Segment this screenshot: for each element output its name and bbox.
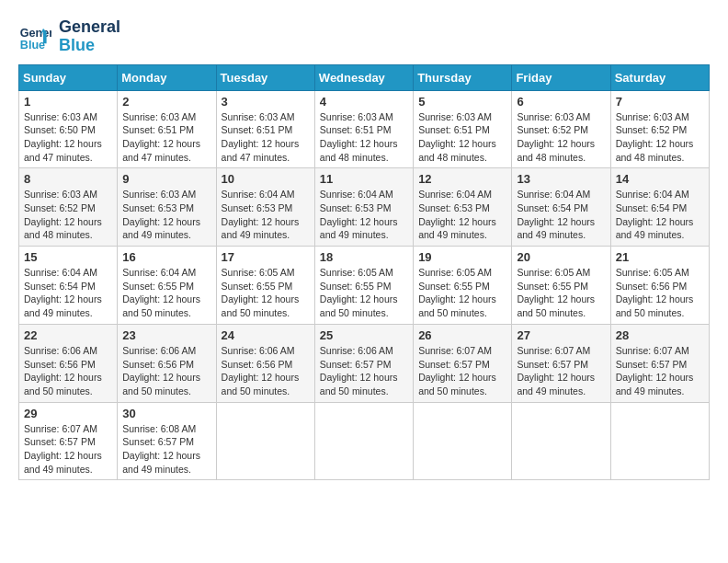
day-cell: 4Sunrise: 6:03 AMSunset: 6:51 PMDaylight… [314, 90, 413, 168]
day-cell: 24Sunrise: 6:06 AMSunset: 6:56 PMDayligh… [216, 324, 314, 402]
day-cell: 29Sunrise: 6:07 AMSunset: 6:57 PMDayligh… [19, 402, 118, 480]
day-info: Sunrise: 6:07 AMSunset: 6:57 PMDaylight:… [517, 344, 605, 398]
day-cell: 21Sunrise: 6:05 AMSunset: 6:56 PMDayligh… [610, 247, 709, 325]
day-number: 10 [222, 172, 310, 186]
day-number: 24 [222, 328, 310, 342]
day-cell: 9Sunrise: 6:03 AMSunset: 6:53 PMDaylight… [118, 168, 216, 247]
day-cell: 27Sunrise: 6:07 AMSunset: 6:57 PMDayligh… [512, 324, 610, 402]
day-info: Sunrise: 6:04 AMSunset: 6:53 PMDaylight:… [222, 188, 310, 242]
day-info: Sunrise: 6:03 AMSunset: 6:51 PMDaylight:… [418, 110, 506, 165]
day-info: Sunrise: 6:05 AMSunset: 6:55 PMDaylight:… [320, 266, 408, 320]
day-info: Sunrise: 6:05 AMSunset: 6:55 PMDaylight:… [418, 266, 506, 320]
day-info: Sunrise: 6:06 AMSunset: 6:56 PMDaylight:… [24, 344, 112, 398]
day-number: 17 [222, 250, 310, 264]
day-number: 19 [418, 250, 506, 264]
day-info: Sunrise: 6:05 AMSunset: 6:55 PMDaylight:… [517, 266, 605, 320]
day-number: 8 [24, 172, 112, 186]
logo-blue: Blue [59, 37, 120, 55]
day-info: Sunrise: 6:03 AMSunset: 6:51 PMDaylight:… [320, 110, 408, 165]
day-number: 28 [616, 328, 704, 342]
day-number: 30 [122, 407, 210, 420]
header: General Blue General Blue [18, 18, 710, 55]
day-cell [314, 402, 413, 480]
week-row-4: 22Sunrise: 6:06 AMSunset: 6:56 PMDayligh… [19, 324, 710, 402]
calendar: SundayMondayTuesdayWednesdayThursdayFrid… [18, 64, 710, 481]
day-number: 11 [320, 172, 408, 186]
day-number: 12 [418, 172, 506, 186]
day-number: 15 [24, 250, 112, 264]
day-cell [512, 402, 610, 480]
day-number: 4 [320, 95, 408, 109]
day-cell: 6Sunrise: 6:03 AMSunset: 6:52 PMDaylight… [512, 90, 610, 168]
week-row-5: 29Sunrise: 6:07 AMSunset: 6:57 PMDayligh… [19, 402, 710, 480]
logo: General Blue General Blue [18, 18, 120, 55]
day-number: 6 [517, 95, 605, 109]
day-cell: 28Sunrise: 6:07 AMSunset: 6:57 PMDayligh… [610, 324, 709, 402]
day-info: Sunrise: 6:06 AMSunset: 6:56 PMDaylight:… [122, 344, 210, 398]
day-info: Sunrise: 6:05 AMSunset: 6:56 PMDaylight:… [616, 266, 704, 320]
day-number: 1 [24, 95, 112, 109]
day-cell: 15Sunrise: 6:04 AMSunset: 6:54 PMDayligh… [19, 247, 118, 325]
day-number: 3 [222, 95, 310, 109]
week-row-1: 1Sunrise: 6:03 AMSunset: 6:50 PMDaylight… [19, 90, 710, 168]
day-info: Sunrise: 6:04 AMSunset: 6:54 PMDaylight:… [616, 188, 704, 242]
day-number: 5 [418, 95, 506, 109]
logo-icon: General Blue [18, 20, 51, 53]
day-number: 18 [320, 250, 408, 264]
day-info: Sunrise: 6:03 AMSunset: 6:51 PMDaylight:… [122, 110, 210, 165]
day-info: Sunrise: 6:03 AMSunset: 6:52 PMDaylight:… [24, 188, 112, 242]
day-cell [610, 402, 709, 480]
weekday-header-friday: Friday [512, 64, 610, 90]
day-info: Sunrise: 6:04 AMSunset: 6:54 PMDaylight:… [24, 266, 112, 320]
day-cell: 7Sunrise: 6:03 AMSunset: 6:52 PMDaylight… [610, 90, 709, 168]
day-cell [414, 402, 512, 480]
weekday-header-saturday: Saturday [610, 64, 709, 90]
day-cell [216, 402, 314, 480]
day-cell: 16Sunrise: 6:04 AMSunset: 6:55 PMDayligh… [118, 247, 216, 325]
day-info: Sunrise: 6:03 AMSunset: 6:50 PMDaylight:… [24, 110, 112, 165]
day-cell: 18Sunrise: 6:05 AMSunset: 6:55 PMDayligh… [314, 247, 413, 325]
day-info: Sunrise: 6:03 AMSunset: 6:51 PMDaylight:… [222, 110, 310, 165]
day-cell: 26Sunrise: 6:07 AMSunset: 6:57 PMDayligh… [414, 324, 512, 402]
day-info: Sunrise: 6:07 AMSunset: 6:57 PMDaylight:… [24, 422, 112, 477]
day-cell: 20Sunrise: 6:05 AMSunset: 6:55 PMDayligh… [512, 247, 610, 325]
day-cell: 17Sunrise: 6:05 AMSunset: 6:55 PMDayligh… [216, 247, 314, 325]
day-info: Sunrise: 6:06 AMSunset: 6:57 PMDaylight:… [320, 344, 408, 398]
weekday-header-wednesday: Wednesday [314, 64, 413, 90]
day-number: 20 [517, 250, 605, 264]
day-info: Sunrise: 6:06 AMSunset: 6:56 PMDaylight:… [222, 344, 310, 398]
day-number: 27 [517, 328, 605, 342]
day-info: Sunrise: 6:04 AMSunset: 6:53 PMDaylight:… [320, 188, 408, 242]
weekday-header-row: SundayMondayTuesdayWednesdayThursdayFrid… [19, 64, 710, 90]
day-info: Sunrise: 6:07 AMSunset: 6:57 PMDaylight:… [418, 344, 506, 398]
day-info: Sunrise: 6:03 AMSunset: 6:52 PMDaylight:… [517, 110, 605, 165]
day-number: 9 [122, 172, 210, 186]
day-number: 7 [616, 95, 704, 109]
weekday-header-tuesday: Tuesday [216, 64, 314, 90]
day-cell: 11Sunrise: 6:04 AMSunset: 6:53 PMDayligh… [314, 168, 413, 247]
day-cell: 25Sunrise: 6:06 AMSunset: 6:57 PMDayligh… [314, 324, 413, 402]
svg-text:Blue: Blue [20, 38, 45, 51]
day-cell: 19Sunrise: 6:05 AMSunset: 6:55 PMDayligh… [414, 247, 512, 325]
day-cell: 1Sunrise: 6:03 AMSunset: 6:50 PMDaylight… [19, 90, 118, 168]
day-cell: 12Sunrise: 6:04 AMSunset: 6:53 PMDayligh… [414, 168, 512, 247]
day-cell: 23Sunrise: 6:06 AMSunset: 6:56 PMDayligh… [118, 324, 216, 402]
day-cell: 8Sunrise: 6:03 AMSunset: 6:52 PMDaylight… [19, 168, 118, 247]
day-number: 13 [517, 172, 605, 186]
day-info: Sunrise: 6:04 AMSunset: 6:54 PMDaylight:… [517, 188, 605, 242]
day-info: Sunrise: 6:03 AMSunset: 6:52 PMDaylight:… [616, 110, 704, 165]
day-cell: 5Sunrise: 6:03 AMSunset: 6:51 PMDaylight… [414, 90, 512, 168]
day-number: 29 [24, 407, 112, 420]
day-info: Sunrise: 6:03 AMSunset: 6:53 PMDaylight:… [122, 188, 210, 242]
logo-general: General [59, 18, 120, 37]
day-cell: 2Sunrise: 6:03 AMSunset: 6:51 PMDaylight… [118, 90, 216, 168]
day-cell: 14Sunrise: 6:04 AMSunset: 6:54 PMDayligh… [610, 168, 709, 247]
week-row-3: 15Sunrise: 6:04 AMSunset: 6:54 PMDayligh… [19, 247, 710, 325]
weekday-header-sunday: Sunday [19, 64, 118, 90]
week-row-2: 8Sunrise: 6:03 AMSunset: 6:52 PMDaylight… [19, 168, 710, 247]
day-number: 14 [616, 172, 704, 186]
day-number: 21 [616, 250, 704, 264]
day-number: 16 [122, 250, 210, 264]
day-info: Sunrise: 6:05 AMSunset: 6:55 PMDaylight:… [222, 266, 310, 320]
weekday-header-monday: Monday [118, 64, 216, 90]
